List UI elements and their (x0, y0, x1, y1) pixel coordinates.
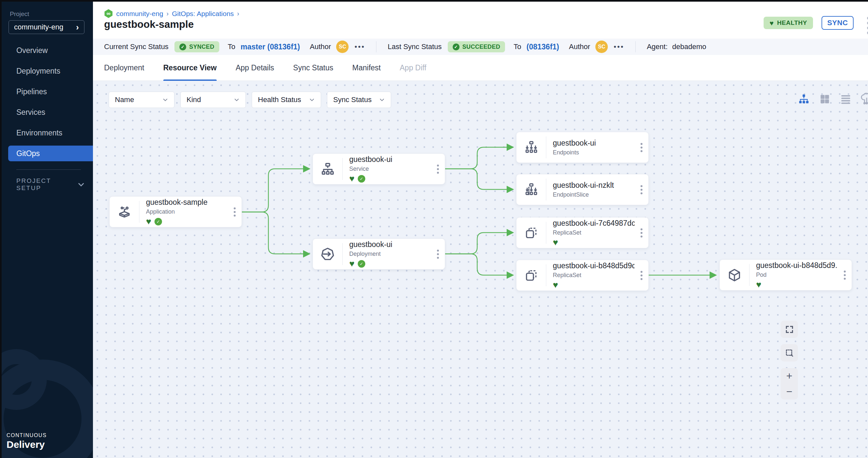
last-author-avatar[interactable]: SC (595, 40, 608, 53)
check-circle-icon: ✓ (453, 43, 460, 51)
node-menu-button[interactable] (634, 228, 648, 237)
tab-app-diff[interactable]: App Diff (400, 55, 426, 81)
node-menu-button[interactable] (634, 185, 648, 194)
sync-status-bar: Current Sync Status ✓ SYNCED To master (… (93, 39, 868, 55)
health-heart-icon: ♥ (756, 281, 761, 289)
last-more-icon[interactable]: ••• (614, 42, 624, 51)
page-header: ∞ community-eng › GitOps: Applications ›… (93, 2, 868, 39)
node-title: guestbook-ui-7c64987dc9 (553, 219, 634, 228)
last-revision-link[interactable]: (08136f1) (527, 42, 559, 52)
node-menu-button[interactable] (838, 270, 851, 280)
tab-manifest[interactable]: Manifest (352, 55, 381, 81)
last-sync-label: Last Sync Status (388, 42, 441, 51)
list-view-icon[interactable] (839, 93, 852, 106)
current-author-avatar[interactable]: SC (336, 40, 348, 53)
sidebar-item-environments[interactable]: Environments (0, 125, 93, 141)
health-heart-icon: ♥ (349, 175, 354, 183)
node-deployment[interactable]: guestbook-ui Deployment ♥ ✓ (313, 238, 445, 269)
node-kind: ReplicaSet (553, 229, 634, 236)
node-endpointslice[interactable]: guestbook-ui-nzklt EndpointSlice (516, 174, 649, 205)
filter-name-label: Name (115, 96, 134, 104)
brand-delivery: Delivery (6, 439, 47, 450)
app-window: Project community-eng › Overview Deploym… (0, 0, 868, 458)
sidebar-divider (17, 169, 81, 170)
node-title: guestbook-ui (349, 155, 431, 164)
breadcrumb-separator: › (166, 10, 169, 17)
current-revision-link[interactable]: master (08136f1) (241, 42, 300, 52)
node-kind: Service (349, 166, 431, 172)
current-author-label: Author (310, 42, 331, 51)
agent-value: debademo (672, 42, 706, 51)
project-selector[interactable]: community-eng › (8, 20, 85, 34)
cloud-network-view-icon[interactable] (860, 93, 868, 106)
chevron-down-icon (77, 181, 85, 189)
resource-tree-canvas[interactable]: Name Kind Health Status Sync Status (93, 81, 868, 458)
grid-view-icon[interactable] (818, 93, 831, 106)
project-setup-toggle[interactable]: PROJECT SETUP (17, 177, 85, 192)
zoom-in-button[interactable]: + (786, 371, 793, 381)
node-application[interactable]: guestbook-sample Application ♥ ✓ (109, 196, 242, 227)
fullscreen-button[interactable] (781, 321, 798, 338)
brand-text: CONTINUOUS Delivery (6, 432, 47, 450)
node-title: guestbook-ui (349, 240, 431, 249)
node-service[interactable]: guestbook-ui Service ♥ ✓ (313, 154, 445, 185)
filter-health-status-dropdown[interactable]: Health Status (252, 92, 321, 108)
node-kind: EndpointSlice (553, 191, 634, 198)
node-kind: Application (146, 208, 228, 215)
node-endpoints[interactable]: guestbook-ui Endpoints (516, 132, 649, 163)
node-menu-button[interactable] (634, 271, 648, 280)
status-divider (376, 41, 376, 52)
tab-app-details[interactable]: App Details (236, 55, 274, 81)
chevron-down-icon (234, 97, 240, 103)
sync-button[interactable]: SYNC (822, 16, 854, 30)
tab-resource-view[interactable]: Resource View (163, 55, 217, 81)
filter-kind-dropdown[interactable]: Kind (180, 92, 246, 108)
filter-name-dropdown[interactable]: Name (108, 92, 175, 108)
succeeded-badge-label: SUCCEEDED (463, 43, 500, 51)
sidebar: Project community-eng › Overview Deploym… (0, 0, 93, 458)
zoom-controls: + − (781, 368, 798, 399)
node-menu-button[interactable] (228, 207, 242, 217)
node-menu-button[interactable] (431, 250, 445, 259)
current-sync-label: Current Sync Status (104, 42, 168, 51)
application-icon (110, 204, 139, 220)
synced-badge: ✓ SYNCED (175, 41, 219, 52)
node-replicaset-7c64987dc9[interactable]: guestbook-ui-7c64987dc9 ReplicaSet ♥ (516, 217, 649, 248)
sync-check-icon: ✓ (358, 260, 365, 268)
health-heart-icon: ♥ (146, 218, 151, 225)
sidebar-nav: Overview Deployments Pipelines Services … (0, 42, 93, 166)
chevron-down-icon (379, 97, 385, 103)
sidebar-item-deployments[interactable]: Deployments (0, 63, 93, 79)
region-select-button[interactable] (781, 344, 798, 361)
project-selector-value: community-eng (14, 23, 63, 31)
health-heart-icon: ♥ (553, 238, 558, 246)
sidebar-item-overview[interactable]: Overview (0, 42, 93, 58)
node-menu-button[interactable] (431, 165, 445, 174)
node-replicaset-b848d5d9d[interactable]: guestbook-ui-b848d5d9d ReplicaSet ♥ (516, 260, 649, 291)
sidebar-item-services[interactable]: Services (0, 104, 93, 120)
header-actions: ♥ HEALTHY SYNC (764, 16, 854, 30)
node-kind: Deployment (349, 251, 431, 258)
last-author-label: Author (569, 42, 590, 51)
node-menu-button[interactable] (634, 143, 648, 152)
node-pod[interactable]: guestbook-ui-b848d5d9... Pod ♥ (719, 259, 852, 291)
sidebar-item-pipelines[interactable]: Pipelines (0, 84, 93, 99)
breadcrumb-project-link[interactable]: community-eng (116, 10, 163, 18)
breadcrumb-applications-link[interactable]: GitOps: Applications (172, 10, 234, 18)
filter-sync-status-dropdown[interactable]: Sync Status (327, 92, 391, 108)
health-status-badge: ♥ HEALTHY (764, 17, 813, 29)
tab-deployment[interactable]: Deployment (104, 55, 144, 81)
tab-sync-status[interactable]: Sync Status (293, 55, 334, 81)
node-title: guestbook-ui-b848d5d9d (553, 261, 634, 270)
project-label: Project (10, 10, 29, 18)
chevron-right-icon: › (76, 23, 79, 31)
tree-view-icon[interactable] (797, 93, 810, 106)
current-to-label: To (228, 42, 235, 51)
current-more-icon[interactable]: ••• (354, 42, 365, 51)
zoom-out-button[interactable]: − (786, 386, 793, 397)
sidebar-item-gitops[interactable]: GitOps (8, 145, 93, 161)
deployment-icon (313, 246, 342, 262)
last-to-label: To (514, 42, 521, 51)
window-left-edge (0, 0, 2, 458)
check-circle-icon: ✓ (179, 43, 186, 51)
